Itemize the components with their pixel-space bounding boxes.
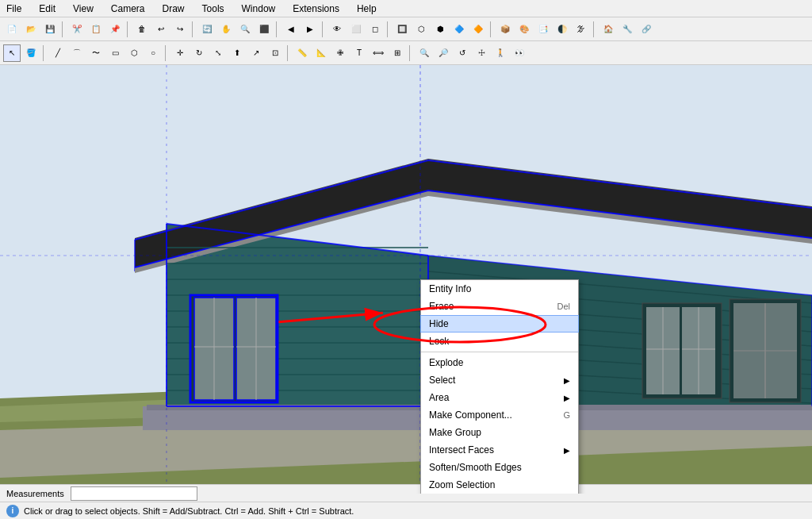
ctx-explode-label: Explode [429,357,463,368]
tb-materials[interactable]: 🎨 [515,21,533,38]
tb2-arc[interactable]: ⌒ [68,44,86,62]
tb2-paint[interactable]: 🪣 [22,44,40,62]
tb-3d-warehouse[interactable]: 🏠 [599,21,617,38]
tb-erase[interactable]: 🗑 [133,21,151,38]
measurements-input[interactable] [71,486,197,501]
tb2-walk[interactable]: 🚶 [492,44,509,62]
tb2-freehand[interactable]: 〜 [87,44,105,62]
menu-window[interactable]: Window [239,2,279,16]
tb2-follow[interactable]: ↗ [247,44,265,62]
tb-ext-warehouse[interactable]: 🔧 [619,21,636,38]
ctx-erase-shortcut: Del [557,302,570,311]
tb2-zoomout[interactable]: 🔎 [435,44,452,62]
tb-sep-6 [387,21,390,37]
tb2-offset[interactable]: ⊡ [266,44,284,62]
tb-undo[interactable]: ↩ [152,21,170,38]
ctx-zoom-selection[interactable]: Zoom Selection [421,476,578,494]
ctx-explode[interactable]: Explode [421,354,578,371]
ctx-area[interactable]: Area ▶ [421,389,578,406]
tb2-sep-1 [43,45,46,61]
ctx-make-group-label: Make Group [429,427,481,438]
tb-xray[interactable]: 🔲 [393,21,411,38]
tb2-dimension[interactable]: ⟺ [370,44,387,62]
tb-sep-4 [276,21,279,37]
tb2-section[interactable]: ⊞ [389,44,406,62]
tb-paste[interactable]: 📌 [106,21,124,38]
tb2-line[interactable]: ╱ [49,44,67,62]
tb-shaded[interactable]: 🔷 [450,21,468,38]
tb2-pushpull[interactable]: ⬆ [228,44,246,62]
menu-view[interactable]: View [70,2,97,16]
ctx-erase-label: Erase [429,301,454,312]
tb-open[interactable]: 📂 [22,21,40,38]
tb-fog[interactable]: 🌫 [573,21,590,38]
tb2-polygon[interactable]: ⬡ [125,44,143,62]
tb-layers[interactable]: 📑 [534,21,552,38]
ctx-area-label: Area [429,392,449,403]
tb-sep-5 [322,21,325,37]
tb-textured[interactable]: 🔶 [469,21,487,38]
ctx-intersect-faces[interactable]: Intersect Faces ▶ [421,441,578,459]
house-scene [0,65,812,494]
tb-solid[interactable]: ⬢ [431,21,449,38]
ctx-erase[interactable]: Erase Del [421,298,578,315]
tb2-sep-3 [287,45,290,61]
tb-trimble[interactable]: 🔗 [638,21,655,38]
tb-parallel[interactable]: ⬜ [347,21,365,38]
tb-next-view[interactable]: ▶ [301,21,319,38]
ctx-select[interactable]: Select ▶ [421,371,578,389]
tb-cut[interactable]: ✂️ [68,21,86,38]
ctx-select-arrow: ▶ [564,376,570,385]
tb-perspective[interactable]: ◻ [366,21,384,38]
tb2-rect[interactable]: ▭ [106,44,124,62]
tb2-axes[interactable]: ✙ [331,44,349,62]
tb2-rotate[interactable]: ↻ [190,44,208,62]
ctx-lock[interactable]: Lock [421,333,578,350]
tb2-orbit2[interactable]: ↺ [454,44,471,62]
menu-camera[interactable]: Camera [108,2,148,16]
tb2-move[interactable]: ✛ [171,44,189,62]
tb-orbit[interactable]: 🔄 [198,21,216,38]
menu-tools[interactable]: Tools [199,2,228,16]
ctx-make-component-shortcut: G [563,410,570,420]
ctx-make-group[interactable]: Make Group [421,424,578,441]
ctx-hide[interactable]: Hide [420,315,579,333]
tb-zoom-in[interactable]: 🔍 [236,21,254,38]
ctx-soften-smooth-label: Soften/Smooth Edges [429,462,522,473]
tb2-zoom[interactable]: 🔍 [416,44,433,62]
tb-copy[interactable]: 📋 [87,21,105,38]
menu-draw[interactable]: Draw [159,2,188,16]
tb-standard-views[interactable]: 👁 [328,21,346,38]
tb-redo[interactable]: ↪ [171,21,189,38]
tb-save[interactable]: 💾 [41,21,59,38]
tb2-pan2[interactable]: ☩ [473,44,490,62]
tb2-tape[interactable]: 📏 [293,44,311,62]
tb2-select[interactable]: ↖ [3,44,21,62]
ctx-soften-smooth[interactable]: Soften/Smooth Edges [421,459,578,476]
ctx-area-arrow: ▶ [564,394,570,402]
tb-wireframe[interactable]: ⬡ [412,21,430,38]
context-menu: Entity Info Erase Del Hide Lock Explode … [420,279,579,494]
tb-zoom-ext[interactable]: ⬛ [255,21,273,38]
tb-sep-2 [127,21,130,37]
menu-help[interactable]: Help [354,2,380,16]
status-text: Click or drag to select objects. Shift =… [24,506,354,516]
tb2-scale[interactable]: ⤡ [209,44,227,62]
tb-new[interactable]: 📄 [3,21,21,38]
tb2-circle[interactable]: ○ [144,44,162,62]
tb-prev-view[interactable]: ◀ [282,21,300,38]
menu-extensions[interactable]: Extensions [289,2,343,16]
tb-shadows[interactable]: 🌓 [553,21,571,38]
menu-file[interactable]: File [3,2,25,16]
tb-components[interactable]: 📦 [496,21,514,38]
tb-pan[interactable]: ✋ [217,21,235,38]
menu-edit[interactable]: Edit [36,2,59,16]
tb2-look[interactable]: 👀 [511,44,528,62]
tb2-text[interactable]: T [350,44,368,62]
ctx-make-component[interactable]: Make Component... G [421,406,578,424]
canvas-area[interactable]: Entity Info Erase Del Hide Lock Explode … [0,65,812,494]
ctx-make-component-label: Make Component... [429,409,512,421]
menu-bar: File Edit View Camera Draw Tools Window … [0,0,812,17]
ctx-entity-info[interactable]: Entity Info [421,280,578,298]
tb2-protractor[interactable]: 📐 [312,44,330,62]
